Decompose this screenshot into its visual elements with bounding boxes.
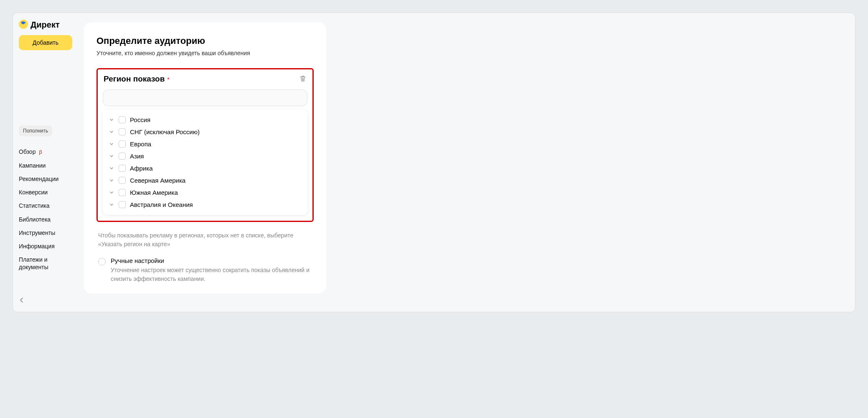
region-checkbox[interactable] [119,165,126,172]
chevron-down-icon[interactable] [109,154,114,158]
region-checkbox[interactable] [119,189,126,196]
trash-icon[interactable] [299,75,307,84]
region-checkbox[interactable] [119,153,126,160]
chevron-down-icon[interactable] [109,166,114,171]
sidebar-item-tools[interactable]: Инструменты [19,229,72,237]
sidebar-item-overview[interactable]: Обзор β [19,148,72,156]
sidebar-item-campaigns[interactable]: Кампании [19,162,72,169]
region-checkbox[interactable] [119,201,126,208]
chevron-down-icon[interactable] [109,118,114,122]
app-frame: Директ Добавить Пополнить Обзор β Кампан… [13,13,855,312]
region-block: Регион показов * Росс [96,68,314,222]
region-label: СНГ (исключая Россию) [130,128,200,135]
region-option-asia[interactable]: Азия [106,150,304,162]
manual-settings-option[interactable]: Ручные настройки Уточнение настроек може… [98,257,314,283]
beta-badge: β [39,149,42,155]
region-label: Южная Америка [130,189,178,196]
region-option-europe[interactable]: Европа [106,138,304,150]
nav-label: Информация [19,243,55,250]
manual-settings-desc: Уточнение настроек может существенно сок… [111,266,314,283]
region-label: Россия [130,116,150,123]
nav-label: Рекомендации [19,176,58,182]
sidebar-item-payments[interactable]: Платежи и документы [19,256,72,271]
page-subtitle: Уточните, кто именно должен увидеть ваши… [96,50,314,56]
page-title: Определите аудиторию [96,36,314,46]
region-checkbox[interactable] [119,177,126,184]
region-hint: Чтобы показывать рекламу в регионах, кот… [98,231,314,249]
region-label: Австралия и Океания [130,201,193,208]
region-label: Европа [130,140,151,148]
region-checkbox[interactable] [119,140,126,148]
region-checkbox[interactable] [119,116,126,123]
region-option-russia[interactable]: Россия [106,114,304,126]
nav-label: Конверсии [19,189,48,196]
sidebar-item-library[interactable]: Библиотека [19,216,72,223]
sidebar-item-statistics[interactable]: Статистика [19,202,72,209]
region-title: Регион показов [104,74,165,83]
sidebar-item-recommendations[interactable]: Рекомендации [19,175,72,183]
add-button[interactable]: Добавить [19,35,72,50]
required-asterisk: * [167,76,169,83]
region-label: Азия [130,153,144,160]
manual-settings-radio[interactable] [98,258,106,265]
region-dropdown: Россия СНГ (исключая Россию) Европа [103,110,307,215]
region-checkbox[interactable] [119,128,126,135]
region-label: Африка [130,165,152,172]
sidebar-nav: Обзор β Кампании Рекомендации Конверсии … [19,148,72,271]
region-search-input[interactable] [103,89,307,106]
sidebar-item-information[interactable]: Информация [19,242,72,250]
sidebar: Директ Добавить Пополнить Обзор β Кампан… [13,13,80,312]
audience-card: Определите аудиторию Уточните, кто именн… [84,22,326,293]
nav-label: Библиотека [19,216,51,223]
region-option-north-america[interactable]: Северная Америка [106,174,304,186]
region-option-cis[interactable]: СНГ (исключая Россию) [106,126,304,138]
main-content: Определите аудиторию Уточните, кто именн… [80,13,855,312]
nav-label: Инструменты [19,229,55,236]
brand: Директ [19,20,72,30]
nav-label: Статистика [19,202,50,209]
region-option-africa[interactable]: Африка [106,162,304,174]
region-title-wrap: Регион показов * [104,74,170,84]
region-label: Северная Америка [130,177,185,184]
manual-settings-title: Ручные настройки [111,257,314,264]
chevron-down-icon[interactable] [109,203,114,207]
nav-label: Платежи и документы [19,256,48,270]
sidebar-item-conversions[interactable]: Конверсии [19,189,72,196]
nav-label: Обзор [19,148,36,155]
chevron-down-icon[interactable] [109,191,114,195]
chevron-down-icon[interactable] [109,142,114,146]
manual-text: Ручные настройки Уточнение настроек може… [111,257,314,283]
region-header: Регион показов * [103,74,307,84]
nav-label: Кампании [19,162,46,169]
region-option-south-america[interactable]: Южная Америка [106,186,304,199]
brand-logo-icon [19,20,28,30]
region-option-australia-oceania[interactable]: Австралия и Океания [106,199,304,211]
topup-button[interactable]: Пополнить [19,125,52,136]
collapse-sidebar-button[interactable] [19,296,72,305]
brand-name: Директ [30,20,60,30]
chevron-down-icon[interactable] [109,178,114,183]
chevron-down-icon[interactable] [109,130,114,134]
